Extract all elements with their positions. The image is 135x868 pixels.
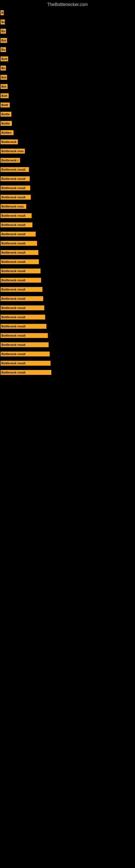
bar-row: Bot: [0, 82, 135, 91]
bar-label: Bottleneck result: [1, 324, 46, 329]
bar-row: Bottleneck result: [0, 267, 135, 276]
bar-label: Bottleneck result: [1, 315, 45, 319]
bar-label: Bottleneck result: [1, 351, 50, 356]
bar-label: Bottleneck result: [1, 222, 32, 227]
bar-label: Bottleneck result: [1, 296, 43, 301]
bar-label: Bo: [1, 29, 6, 34]
bar-label: Bottle: [1, 112, 11, 117]
bar-row: Bottleneck resu: [0, 202, 135, 211]
bar-label: Bottleneck result: [1, 167, 29, 172]
bar-label: Bottl: [1, 102, 10, 107]
bar-label: Bottleneck: [1, 140, 18, 144]
bar-label: Bottleneck result: [1, 370, 51, 375]
bar-row: Bottle: [0, 119, 135, 128]
bar-label: Bottleneck result: [1, 269, 41, 273]
bar-label: Bo: [1, 20, 5, 24]
bars-container: BBoBoBotBoBottBoBotBotBottBottlBottleBot…: [0, 8, 135, 377]
bar-row: Bottleneck result: [0, 174, 135, 183]
bar-row: Bottlen: [0, 128, 135, 137]
bar-row: B: [0, 8, 135, 18]
bar-label: Bottleneck result: [1, 176, 30, 181]
bar-row: Bottleneck result: [0, 349, 135, 359]
bar-label: Bottleneck result: [1, 213, 32, 218]
bar-label: Bottleneck resu: [1, 204, 26, 209]
bar-row: Bottleneck result: [0, 303, 135, 312]
bar-row: Bottleneck result: [0, 322, 135, 331]
bar-row: Bottleneck resu: [0, 147, 135, 156]
bar-label: Bottlen: [1, 130, 13, 135]
bar-label: Bot: [1, 84, 8, 89]
bar-label: Bottleneck result: [1, 195, 31, 199]
bar-row: Bottleneck result: [0, 359, 135, 368]
bar-label: Bottleneck r: [1, 158, 20, 163]
bar-label: Bottle: [1, 121, 12, 126]
bar-row: Bo: [0, 45, 135, 54]
bar-label: Bottleneck result: [1, 361, 50, 366]
bar-label: Bottleneck result: [1, 241, 37, 246]
bar-row: Bot: [0, 36, 135, 45]
bar-label: Bottleneck result: [1, 342, 49, 347]
bar-label: Bot: [1, 75, 7, 80]
bar-row: Bottleneck result: [0, 183, 135, 193]
bar-row: Bottleneck result: [0, 193, 135, 202]
bar-label: Bottleneck result: [1, 186, 30, 190]
bar-label: Bottleneck result: [1, 250, 38, 255]
bar-row: Bottleneck result: [0, 220, 135, 229]
bar-row: Bo: [0, 18, 135, 27]
bar-row: Bott: [0, 91, 135, 100]
bar-row: Bottleneck result: [0, 211, 135, 220]
bar-row: Bottleneck result: [0, 331, 135, 340]
bar-row: Bot: [0, 73, 135, 82]
bar-row: Bottleneck result: [0, 165, 135, 174]
bar-row: Bottleneck result: [0, 285, 135, 294]
bar-label: Bottleneck result: [1, 259, 39, 264]
bar-label: Bo: [1, 47, 6, 52]
bar-row: Bo: [0, 63, 135, 73]
bar-label: Bot: [1, 38, 7, 43]
bar-label: Bottleneck result: [1, 305, 44, 310]
bar-row: Bott: [0, 54, 135, 63]
bar-label: Bo: [1, 66, 6, 70]
bar-row: Bottleneck result: [0, 239, 135, 248]
bar-label: Bottleneck resu: [1, 149, 25, 154]
bar-label: Bottleneck result: [1, 333, 48, 338]
bar-row: Bottleneck result: [0, 294, 135, 303]
bar-label: Bottleneck result: [1, 278, 41, 283]
bar-row: Bottle: [0, 110, 135, 119]
bar-row: Bottleneck result: [0, 248, 135, 257]
bar-row: Bottl: [0, 100, 135, 110]
bar-row: Bo: [0, 27, 135, 36]
bar-label: Bottleneck result: [1, 231, 36, 237]
bar-row: Bottleneck result: [0, 312, 135, 322]
bar-row: Bottleneck result: [0, 340, 135, 349]
bar-row: Bottleneck result: [0, 276, 135, 285]
site-title: TheBottlenecker.com: [0, 0, 135, 8]
bar-row: Bottleneck result: [0, 257, 135, 267]
bar-label: Bott: [1, 93, 9, 98]
bar-row: Bottleneck result: [0, 229, 135, 239]
bar-row: Bottleneck result: [0, 368, 135, 377]
bar-label: Bottleneck result: [1, 287, 42, 292]
bar-row: Bottleneck: [0, 137, 135, 147]
bar-label: B: [1, 10, 4, 15]
bar-label: Bott: [1, 56, 8, 61]
bar-row: Bottleneck r: [0, 156, 135, 165]
